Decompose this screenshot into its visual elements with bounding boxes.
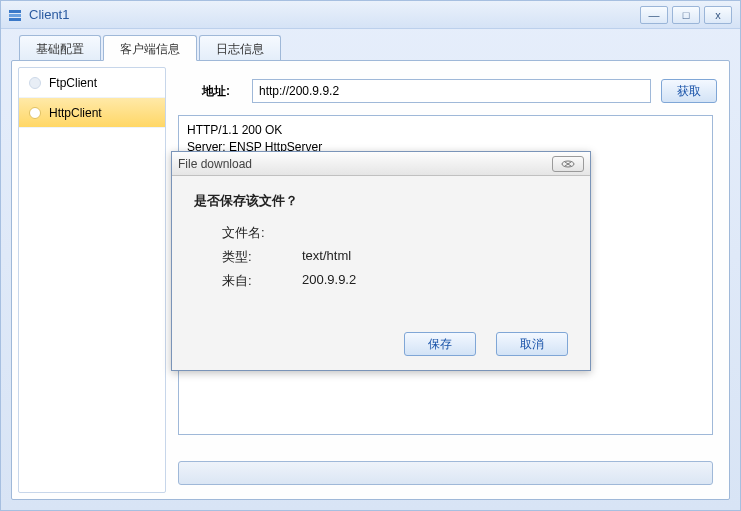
dialog-row-from: 来自: 200.9.9.2 [222,272,568,290]
svg-rect-1 [9,14,21,17]
address-label: 地址: [202,83,242,100]
dialog-row-filename: 文件名: [222,224,568,242]
get-button[interactable]: 获取 [661,79,717,103]
dialog-body: 是否保存该文件？ 文件名: 类型: text/html 来自: 200.9.9.… [172,176,590,306]
svg-rect-2 [9,18,21,21]
app-window: Client1 — □ x 基础配置 客户端信息 日志信息 FtpClient … [0,0,741,511]
close-icon [560,160,576,168]
from-label: 来自: [222,272,302,290]
app-icon [7,7,23,23]
client-sidebar: FtpClient HttpClient [18,67,166,493]
svg-rect-0 [9,10,21,13]
get-button-label: 获取 [677,83,701,100]
address-row: 地址: 获取 [172,67,723,111]
cancel-button[interactable]: 取消 [496,332,568,356]
dialog-titlebar[interactable]: File download [172,152,590,176]
progress-bar [178,461,713,485]
tab-basic-config[interactable]: 基础配置 [19,35,101,61]
close-button[interactable]: x [704,6,732,24]
status-dot-icon [29,107,41,119]
dialog-question: 是否保存该文件？ [194,192,568,210]
save-button[interactable]: 保存 [404,332,476,356]
tab-bar: 基础配置 客户端信息 日志信息 [19,35,730,61]
sidebar-item-httpclient[interactable]: HttpClient [19,98,165,128]
status-dot-icon [29,77,41,89]
from-value: 200.9.9.2 [302,272,356,290]
sidebar-item-ftpclient[interactable]: FtpClient [19,68,165,98]
tab-label: 日志信息 [216,42,264,56]
tab-label: 基础配置 [36,42,84,56]
type-value: text/html [302,248,351,266]
dialog-close-button[interactable] [552,156,584,172]
filename-label: 文件名: [222,224,302,242]
tab-client-info[interactable]: 客户端信息 [103,35,197,61]
sidebar-item-label: HttpClient [49,106,102,120]
sidebar-item-label: FtpClient [49,76,97,90]
response-line: HTTP/1.1 200 OK [187,123,282,137]
maximize-button[interactable]: □ [672,6,700,24]
dialog-title: File download [178,157,552,171]
window-controls: — □ x [640,6,732,24]
dialog-buttons: 保存 取消 [404,332,568,356]
file-download-dialog: File download 是否保存该文件？ 文件名: 类型: text/htm… [171,151,591,371]
save-button-label: 保存 [428,336,452,353]
tab-log-info[interactable]: 日志信息 [199,35,281,61]
dialog-row-type: 类型: text/html [222,248,568,266]
window-title: Client1 [29,7,640,22]
address-input[interactable] [252,79,651,103]
titlebar[interactable]: Client1 — □ x [1,1,740,29]
cancel-button-label: 取消 [520,336,544,353]
tab-label: 客户端信息 [120,42,180,56]
minimize-button[interactable]: — [640,6,668,24]
type-label: 类型: [222,248,302,266]
